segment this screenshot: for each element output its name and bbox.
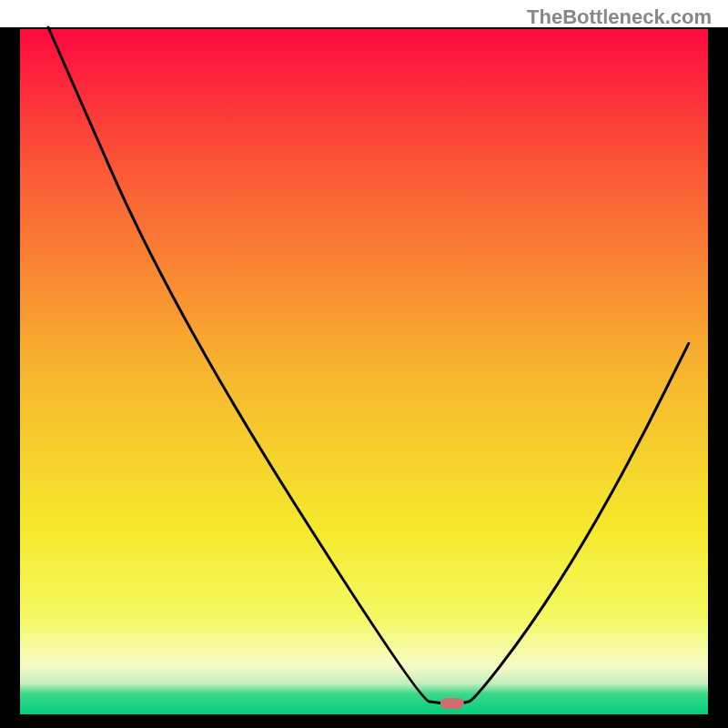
watermark-text: TheBottleneck.com bbox=[527, 5, 712, 29]
chart-border bbox=[708, 27, 728, 728]
optimal-point-marker bbox=[440, 698, 464, 709]
chart-svg bbox=[0, 0, 728, 728]
bottleneck-chart: TheBottleneck.com bbox=[0, 0, 728, 728]
chart-border bbox=[0, 27, 20, 728]
chart-border bbox=[0, 714, 728, 728]
